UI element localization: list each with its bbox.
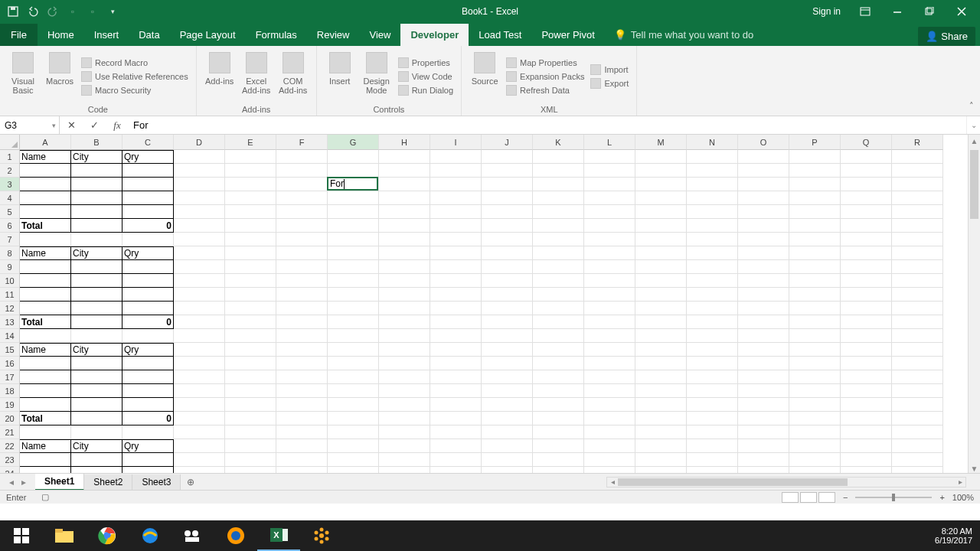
cell[interactable]: [482, 370, 533, 384]
name-box[interactable]: G3▾: [0, 116, 60, 134]
tab-developer[interactable]: Developer: [400, 24, 469, 46]
tab-data[interactable]: Data: [129, 24, 169, 46]
cell[interactable]: [738, 425, 789, 439]
cell[interactable]: [379, 246, 430, 260]
qat-icon-2[interactable]: ▫: [84, 3, 101, 20]
cell[interactable]: [892, 191, 943, 205]
cell[interactable]: [841, 150, 892, 164]
cell[interactable]: [225, 370, 276, 384]
cell[interactable]: [584, 439, 635, 453]
cell[interactable]: [533, 329, 584, 343]
enter-formula-icon[interactable]: ✓: [83, 119, 106, 131]
cell[interactable]: [276, 246, 328, 260]
cell[interactable]: [276, 425, 328, 439]
cell[interactable]: [533, 219, 584, 233]
cell[interactable]: [892, 164, 943, 178]
sign-in-link[interactable]: Sign in: [805, 6, 848, 17]
cell[interactable]: [738, 150, 789, 164]
cell[interactable]: [738, 329, 789, 343]
next-sheet-icon[interactable]: ▸: [21, 477, 26, 487]
cell[interactable]: [71, 219, 122, 233]
cell[interactable]: [276, 329, 328, 343]
cell[interactable]: [482, 343, 533, 357]
cell[interactable]: [379, 315, 430, 329]
cell[interactable]: Name: [20, 439, 71, 453]
column-header[interactable]: P: [789, 135, 841, 150]
cell[interactable]: [841, 260, 892, 274]
maximize-button[interactable]: [914, 0, 945, 23]
cell[interactable]: [584, 315, 635, 329]
cell[interactable]: [584, 233, 635, 246]
cell[interactable]: [533, 412, 584, 425]
cell[interactable]: [841, 329, 892, 343]
cell[interactable]: Qry: [122, 246, 174, 260]
cell[interactable]: [533, 260, 584, 274]
cell[interactable]: Qry: [122, 439, 174, 453]
cell[interactable]: [174, 219, 225, 233]
chevron-down-icon[interactable]: ▾: [52, 122, 56, 129]
cell[interactable]: [584, 357, 635, 370]
cell[interactable]: [635, 150, 687, 164]
column-header[interactable]: L: [584, 135, 635, 150]
cell[interactable]: [71, 453, 122, 467]
xml-source-button[interactable]: Source: [468, 49, 501, 103]
qat-icon-1[interactable]: ▫: [64, 3, 81, 20]
cell[interactable]: [174, 398, 225, 412]
zoom-in-button[interactable]: +: [939, 493, 944, 502]
expand-formula-bar-icon[interactable]: ⌄: [966, 116, 980, 134]
cell[interactable]: [174, 205, 225, 219]
cell[interactable]: [328, 288, 379, 302]
cell[interactable]: [276, 178, 328, 191]
cell[interactable]: [122, 329, 174, 343]
map-properties-button[interactable]: Map Properties: [505, 57, 586, 69]
cell[interactable]: [687, 274, 738, 288]
column-header[interactable]: C: [122, 135, 174, 150]
cell[interactable]: [635, 439, 687, 453]
cell[interactable]: [328, 329, 379, 343]
cell[interactable]: [841, 439, 892, 453]
cell[interactable]: [71, 329, 122, 343]
macros-button[interactable]: Macros: [43, 49, 77, 103]
cell[interactable]: [225, 343, 276, 357]
cell[interactable]: [20, 260, 71, 274]
cell[interactable]: [122, 274, 174, 288]
cell[interactable]: [379, 178, 430, 191]
tab-formulas[interactable]: Formulas: [246, 24, 307, 46]
cell[interactable]: [328, 398, 379, 412]
cell[interactable]: [379, 288, 430, 302]
row-header[interactable]: 9: [0, 260, 20, 274]
cell[interactable]: [276, 439, 328, 453]
cell[interactable]: [430, 343, 482, 357]
cell[interactable]: [122, 191, 174, 205]
cell[interactable]: [328, 357, 379, 370]
cell[interactable]: [841, 370, 892, 384]
cell[interactable]: [482, 357, 533, 370]
prev-sheet-icon[interactable]: ◂: [9, 477, 14, 487]
cell[interactable]: [841, 412, 892, 425]
cell[interactable]: [789, 260, 841, 274]
cell[interactable]: [533, 274, 584, 288]
cell[interactable]: [789, 246, 841, 260]
cell[interactable]: [122, 178, 174, 191]
redo-icon[interactable]: [44, 3, 61, 20]
cell[interactable]: [122, 260, 174, 274]
cell[interactable]: [276, 205, 328, 219]
macro-security-button[interactable]: Macro Security: [80, 84, 190, 96]
column-header[interactable]: A: [20, 135, 71, 150]
cell[interactable]: [635, 343, 687, 357]
row-header[interactable]: 8: [0, 246, 20, 260]
cell[interactable]: [225, 357, 276, 370]
tab-view[interactable]: View: [359, 24, 400, 46]
cell[interactable]: [174, 384, 225, 398]
cell[interactable]: [430, 384, 482, 398]
cell[interactable]: [225, 260, 276, 274]
cell[interactable]: [276, 150, 328, 164]
cell[interactable]: [174, 412, 225, 425]
row-header[interactable]: 19: [0, 398, 20, 412]
cell[interactable]: [635, 302, 687, 315]
row-header[interactable]: 20: [0, 412, 20, 425]
cell[interactable]: [584, 398, 635, 412]
cell[interactable]: [533, 315, 584, 329]
cell[interactable]: [789, 191, 841, 205]
cell[interactable]: City: [71, 343, 122, 357]
